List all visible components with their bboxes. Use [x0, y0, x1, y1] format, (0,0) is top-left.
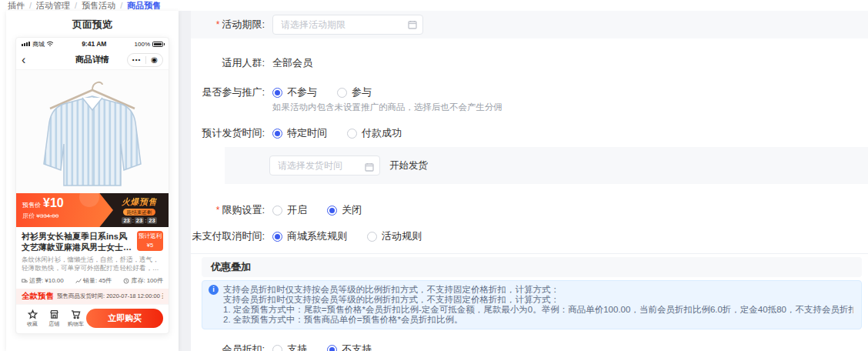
more-icon[interactable]: •••: [128, 53, 145, 67]
breadcrumb-separator: /: [120, 1, 122, 10]
calendar-icon[interactable]: [365, 161, 374, 170]
countdown-hours: 23: [122, 217, 131, 225]
radio-cancel-activity-rule[interactable]: 活动规则: [367, 229, 422, 243]
battery-percent: 100%: [135, 41, 150, 48]
panel-divider: [179, 11, 191, 351]
battery-icon: [152, 42, 163, 47]
radio-ship-specific[interactable]: 特定时间: [272, 126, 327, 140]
sales-label: 销量:: [83, 276, 97, 285]
audience-value: 全部会员: [272, 56, 312, 70]
cart-label: 购物车: [68, 320, 84, 328]
discount-notice-box: i 支持会员折扣时仅支持按会员等级的比例折扣方式，不支持固定价格折扣，计算方式：…: [202, 280, 862, 329]
cart-action[interactable]: 购物车: [65, 309, 86, 328]
ship-time-input[interactable]: [269, 155, 380, 176]
radio-icon: [337, 88, 347, 98]
presale-settings-form: 活动期限: 适用人群: 全部会员 是否参与推广: 不参与: [191, 11, 868, 351]
rebate-badge-amount: ¥5: [137, 241, 163, 250]
radio-promotion-no[interactable]: 不参与: [272, 85, 317, 99]
shop-icon: [49, 309, 59, 319]
rebate-badge: 预计返利 ¥5: [137, 231, 163, 251]
favorite-action[interactable]: 收藏: [22, 309, 43, 328]
radio-discount-support[interactable]: 支持: [272, 343, 307, 351]
presale-price-value: ¥10: [43, 197, 64, 209]
shipping-value: ¥10.00: [45, 277, 63, 284]
product-image: [16, 70, 169, 193]
audience-label: 适用人群:: [191, 56, 265, 70]
radio-icon: [347, 129, 357, 139]
activity-period-band: 活动期限:: [191, 11, 868, 38]
discount-section-title: 优惠叠加: [211, 260, 251, 274]
star-icon: [28, 309, 38, 319]
radio-limit-on[interactable]: 开启: [272, 203, 307, 217]
banner-price-area: 预售价 ¥10 原价 ¥334.00: [16, 193, 113, 227]
ship-time-label: 预计发货时间:: [191, 126, 265, 140]
status-time: 9:41 AM: [82, 40, 106, 48]
radio-discount-not-support[interactable]: 不支持: [327, 343, 372, 351]
member-discount-label: 会员折扣:: [191, 343, 265, 351]
radio-label: 付款成功: [362, 126, 402, 140]
countdown-colon: :: [132, 218, 134, 224]
mini-program-capsule: ••• ◉: [127, 53, 163, 67]
buy-now-button[interactable]: 立即购买: [86, 309, 163, 328]
countdown-colon: :: [145, 218, 146, 224]
sales-value: 45件: [98, 276, 112, 285]
notice-line: 支持会员折扣时仅支持按会员等级的比例折扣方式，不支持固定价格折扣，计算方式：: [223, 285, 853, 295]
promotion-row: 是否参与推广: 不参与 参与: [191, 86, 868, 99]
activity-period-picker: [272, 15, 423, 35]
radio-ship-on-payment[interactable]: 付款成功: [347, 126, 402, 140]
preview-panel-title: 页面预览: [6, 11, 179, 37]
countdown-seconds: 23: [147, 217, 156, 225]
info-icon: i: [209, 285, 219, 295]
discount-section-header: 优惠叠加: [202, 257, 862, 277]
radio-limit-off[interactable]: 关闭: [327, 203, 362, 217]
cart-icon: [71, 309, 81, 319]
radio-promotion-yes[interactable]: 参与: [337, 85, 372, 99]
radio-icon: [272, 206, 282, 216]
breadcrumb-item-product-presale[interactable]: 商品预售: [127, 0, 161, 12]
presale-ship-time-text: 预售商品发货时间: 2020-07-18 12:00:00 开始发货: [57, 292, 163, 300]
product-description: 条纹休闲衬衫，慵懒生活，自然，舒适，透气，轻薄散热快，可单穿可外搭配打造轻松好看…: [22, 256, 163, 272]
audience-row: 适用人群: 全部会员: [191, 57, 868, 69]
breadcrumb-item-activity-mgmt[interactable]: 活动管理: [36, 0, 70, 12]
ship-time-row: 预计发货时间: 特定时间 付款成功: [191, 127, 868, 139]
breadcrumb-separator: /: [29, 1, 32, 10]
close-target-icon[interactable]: ◉: [146, 53, 162, 66]
phone-mockup: 商城 9:41 AM 100% ‹ 商品详情 ••• ◉: [15, 37, 169, 334]
radio-label: 商城系统规则: [287, 229, 347, 243]
radio-icon: [272, 129, 282, 139]
unpaid-cancel-row: 未支付取消时间: 商城系统规则 活动规则: [191, 230, 868, 242]
calendar-icon[interactable]: [408, 20, 417, 29]
radio-label: 支持: [287, 343, 307, 351]
original-price-label: 原价: [22, 212, 35, 219]
radio-label: 关闭: [342, 203, 362, 217]
stock-stat: 库存: 100件: [123, 276, 163, 285]
breadcrumb-item-presale-activity[interactable]: 预售活动: [82, 0, 115, 12]
shipping-icon: [22, 278, 28, 284]
radio-cancel-system-rule[interactable]: 商城系统规则: [272, 229, 347, 243]
shop-action[interactable]: 店铺: [43, 309, 65, 328]
wifi-icon: [46, 41, 54, 47]
countdown-timer: 23 : 23 : 23: [122, 217, 156, 225]
sales-icon: [75, 278, 82, 284]
radio-icon: [327, 345, 337, 351]
promotion-label: 是否参与推广:: [191, 85, 265, 99]
activity-period-input[interactable]: [272, 15, 423, 35]
radio-label: 开启: [287, 203, 307, 217]
discount-section: 优惠叠加 i 支持会员折扣时仅支持按会员等级的比例折扣方式，不支持固定价格折扣，…: [191, 253, 868, 329]
ship-time-suffix: 开始发货: [389, 159, 428, 172]
phone-footer-bar: 收藏 店铺 购物车 立即购买: [16, 304, 169, 333]
member-discount-row: 会员折扣: 支持 不支持: [191, 343, 868, 351]
stock-icon: [123, 278, 129, 284]
product-title: 衬衫男女长袖夏季日系ins风文艺薄款亚麻港风男士女士小清新棉麻条纹白衬女士: [22, 231, 134, 252]
ship-time-picker-box: 开始发货: [225, 147, 868, 184]
countdown-minutes: 23: [135, 217, 144, 225]
stock-label: 库存:: [131, 276, 145, 285]
status-right: 100%: [135, 41, 163, 48]
phone-nav-bar: ‹ 商品详情 ••• ◉: [16, 50, 169, 70]
radio-label: 不支持: [342, 343, 372, 351]
radio-label: 特定时间: [287, 126, 327, 140]
countdown-label: 距结束还剩: [123, 209, 156, 216]
breadcrumb-item-plugin[interactable]: 插件: [8, 0, 25, 12]
stock-value: 100件: [147, 276, 163, 285]
purchase-limit-label: 限购设置:: [191, 203, 265, 217]
